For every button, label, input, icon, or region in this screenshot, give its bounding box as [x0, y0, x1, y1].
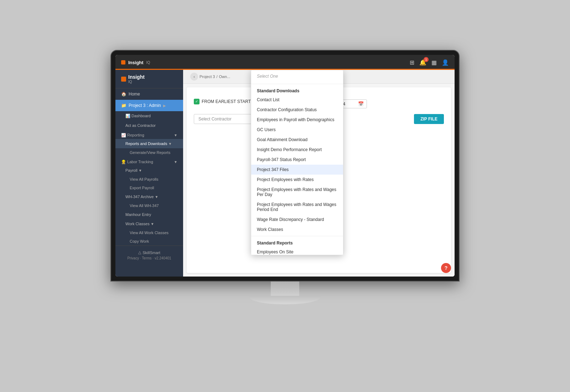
reports-downloads-label: Reports and Downloads — [125, 141, 167, 146]
user-icon[interactable]: 👤 — [442, 59, 449, 66]
sidebar-footer: △ SkillSmart Privacy · Terms · v2.240401 — [115, 246, 183, 264]
sidebar-app-sub: IQ — [128, 80, 145, 84]
notification-badge: 1 — [424, 57, 429, 62]
payroll-label: Payroll — [125, 168, 138, 172]
sidebar-item-home[interactable]: 🏠 Home — [115, 88, 183, 100]
dropdown-item-project-employees-wages-day[interactable]: Project Employees with Rates and Wages P… — [251, 185, 343, 200]
sidebar: Insight IQ 🏠 Home 📁 Project 3 : Admin ▶ — [115, 70, 183, 277]
sidebar-app-name: Insight — [128, 74, 145, 80]
sidebar-item-view-work-classes[interactable]: View All Work Classes — [115, 228, 183, 237]
export-payroll-label: Export Payroll — [130, 186, 154, 190]
generate-view-label: Generate/View Reports — [130, 150, 170, 155]
skillsmart-icon: △ — [138, 250, 141, 255]
monitor-screen: Insight IQ ⊞ 🔔 1 ▦ 👤 — [110, 50, 460, 282]
sidebar-item-act-as-contractor[interactable]: Act as Contractor — [115, 121, 183, 130]
project-icon: 📁 — [121, 103, 126, 108]
earliest-start-checkbox[interactable]: ✓ — [194, 99, 200, 104]
sidebar-item-wh347[interactable]: WH-347 Archive ▼ — [115, 192, 183, 201]
sidebar-item-project[interactable]: 📁 Project 3 : Admin ▶ — [115, 100, 183, 111]
project-label: Project 3 : Admin — [129, 103, 161, 108]
end-date-calendar-icon[interactable]: 📅 — [358, 101, 364, 107]
footer-links: Privacy · Terms · v2.240401 — [121, 256, 177, 260]
dropdown-item-work-classes[interactable]: Work Classes — [251, 225, 343, 234]
home-icon: 🏠 — [121, 92, 126, 97]
zip-file-button[interactable]: ZIP FILE — [414, 114, 444, 124]
dropdown-placeholder[interactable]: Select One — [251, 70, 343, 82]
sidebar-item-manhour[interactable]: Manhour Entry — [115, 210, 183, 219]
app-name: Insight — [128, 60, 144, 65]
dropdown-item-employees-payroll[interactable]: Employees in Payroll with Demographics — [251, 115, 343, 125]
top-bar: Insight IQ ⊞ 🔔 1 ▦ 👤 — [115, 55, 455, 70]
sidebar-section-reporting[interactable]: 📈 Reporting ▼ — [115, 130, 183, 139]
view-all-payrolls-label: View All Payrolls — [130, 177, 159, 181]
dropdown-item-employees-on-site[interactable]: Employees On Site — [251, 247, 343, 255]
labor-label: Labor Tracking — [127, 160, 153, 164]
sidebar-item-export-payroll[interactable]: Export Payroll — [115, 184, 183, 192]
logo-square — [121, 77, 126, 82]
sidebar-item-payroll[interactable]: Payroll ▼ — [115, 166, 183, 175]
act-contractor-label: Act as Contractor — [125, 123, 156, 128]
report-type-dropdown[interactable]: Select One Standard Downloads Contact Li… — [251, 70, 343, 255]
skillsmart-label: SkillSmart — [142, 251, 160, 255]
dropdown-item-project-347-files[interactable]: Project 347 Files — [251, 165, 343, 175]
chevron-right-icon: ▶ — [163, 104, 166, 108]
sidebar-section-labor[interactable]: 👷 Labor Tracking ▼ — [115, 157, 183, 166]
bell-icon[interactable]: 🔔 1 — [419, 59, 426, 66]
dropdown-item-wage-rate-standard[interactable]: Wage Rate Discrepancy - Standard — [251, 215, 343, 225]
sidebar-item-generate-view[interactable]: Generate/View Reports — [115, 148, 183, 157]
sidebar-item-work-classes[interactable]: Work Classes ▼ — [115, 219, 183, 228]
sidebar-logo: Insight IQ — [115, 70, 183, 88]
copy-work-label: Copy Work — [130, 239, 149, 243]
content-area: ‹ Project 3 / Own... ✓ FROM EARLIEST STA… — [183, 70, 455, 277]
dropdown-item-insight-demo[interactable]: Insight Demo Performance Report — [251, 145, 343, 155]
sidebar-item-copy-work[interactable]: Copy Work — [115, 237, 183, 246]
contractor-placeholder: Select Contractor — [198, 117, 232, 122]
wh347-label: WH-347 Archive — [125, 195, 154, 199]
help-badge[interactable]: ? — [441, 263, 451, 273]
dropdown-item-gc-users[interactable]: GC Users — [251, 125, 343, 135]
top-bar-icons: ⊞ 🔔 1 ▦ 👤 — [410, 59, 449, 66]
breadcrumb-section: Own... — [219, 74, 230, 79]
monitor-stand-neck — [271, 282, 299, 296]
payroll-chevron: ▼ — [139, 169, 142, 172]
manhour-label: Manhour Entry — [125, 212, 151, 217]
dropdown-item-goal-attainment[interactable]: Goal Attainment Download — [251, 135, 343, 145]
home-label: Home — [129, 92, 140, 97]
view-work-classes-label: View All Work Classes — [130, 231, 169, 235]
dropdown-item-project-employees-rates[interactable]: Project Employees with Rates — [251, 175, 343, 185]
dropdown-section-standard-downloads: Standard Downloads — [251, 86, 343, 95]
wh347-chevron: ▼ — [155, 195, 159, 199]
dashboard-label: Dashboard — [131, 114, 151, 118]
work-classes-chevron: ▼ — [151, 222, 154, 226]
dropdown-section-standard-reports: Standard Reports — [251, 238, 343, 247]
reporting-icon: 📈 — [121, 133, 126, 137]
monitor-stand-base — [249, 296, 321, 304]
logo-icon — [121, 60, 125, 65]
sidebar-item-view-all-payrolls[interactable]: View All Payrolls — [115, 175, 183, 184]
dashboard-icon: 📊 — [125, 114, 130, 118]
sidebar-item-reports-downloads[interactable]: Reports and Downloads ▼ — [115, 139, 183, 148]
back-button[interactable]: ‹ — [190, 73, 198, 81]
sidebar-item-dashboard[interactable]: 📊 Dashboard — [115, 111, 183, 121]
dropdown-item-contractor-config[interactable]: Contractor Configuration Status — [251, 105, 343, 115]
labor-icon: 👷 — [121, 160, 126, 164]
reports-chevron: ▼ — [168, 142, 172, 146]
breadcrumb-project: Project 3 — [200, 74, 215, 79]
view-wh347-label: View All WH-347 — [130, 203, 159, 208]
dropdown-item-payroll-347-status[interactable]: Payroll-347 Status Report — [251, 155, 343, 165]
main-content: Insight IQ 🏠 Home 📁 Project 3 : Admin ▶ — [115, 70, 455, 277]
work-classes-label: Work Classes — [125, 222, 150, 226]
app-logo: Insight IQ — [121, 60, 150, 65]
reporting-chevron: ▼ — [174, 133, 177, 137]
app-sub: IQ — [146, 61, 150, 65]
labor-chevron: ▼ — [174, 160, 177, 164]
skillsmart-brand: △ SkillSmart — [121, 250, 177, 255]
sidebar-item-view-wh347[interactable]: View All WH-347 — [115, 201, 183, 210]
grid-icon[interactable]: ⊞ — [410, 59, 414, 66]
dropdown-item-contact-list[interactable]: Contact List — [251, 95, 343, 105]
dropdown-item-project-employees-wages-period[interactable]: Project Employees with Rates and Wages P… — [251, 200, 343, 215]
calendar-icon[interactable]: ▦ — [431, 59, 437, 66]
reporting-label: Reporting — [127, 133, 144, 137]
